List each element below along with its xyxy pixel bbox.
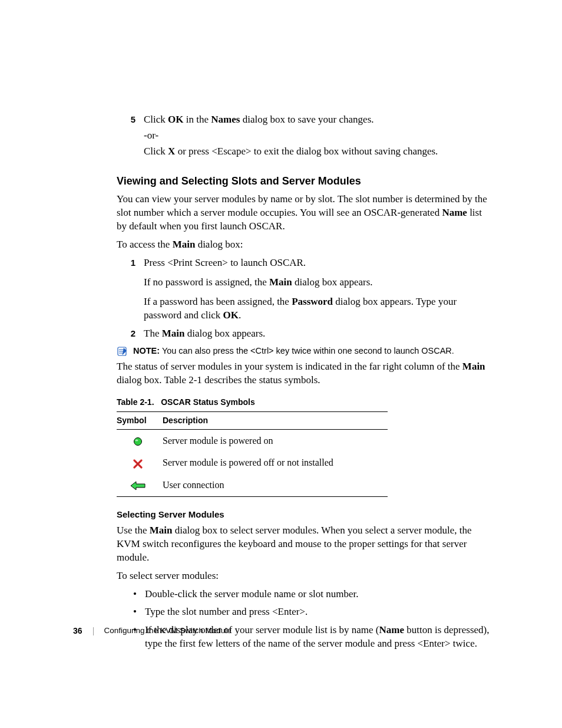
page-footer: 36 Configuring the KVM Switch Module — [73, 625, 232, 637]
bold: Main — [173, 239, 196, 250]
table-row: Server module is powered on — [117, 429, 388, 452]
symbol-cell — [117, 474, 163, 496]
bullet-list: Double-click the server module name or s… — [133, 588, 491, 651]
user-connection-icon — [130, 481, 146, 490]
bold: OK — [168, 114, 183, 125]
step-sub: Click X or press <Escape> to exit the di… — [144, 145, 491, 159]
bold: Main — [162, 328, 185, 339]
step-body: Click OK in the Names dialog box to save… — [144, 113, 491, 159]
text: . — [239, 309, 241, 321]
subsection-heading: Selecting Server Modules — [117, 509, 491, 521]
caption-title: OSCAR Status Symbols — [161, 397, 254, 407]
step-sub: -or- — [144, 129, 491, 143]
step-number: 2 — [117, 327, 144, 341]
desc-cell: Server module is powered off or not inst… — [163, 452, 388, 474]
text: dialog box appears. — [292, 276, 373, 288]
desc-cell: User connection — [163, 474, 388, 496]
table-caption: Table 2-1. OSCAR Status Symbols — [117, 397, 491, 408]
step-number: 5 — [117, 113, 144, 159]
footer-separator-icon — [93, 627, 94, 635]
desc-cell: Server module is powered on — [163, 429, 388, 452]
bold: OK — [223, 309, 239, 321]
paragraph: You can view your server modules by name… — [117, 193, 491, 233]
table-row: User connection — [117, 474, 388, 496]
text: Click — [144, 114, 168, 125]
bold: Main — [269, 276, 292, 288]
table-row: Server module is powered off or not inst… — [117, 452, 388, 474]
page-number: 36 — [73, 625, 82, 637]
svg-point-2 — [135, 439, 138, 441]
step-line: Click OK in the Names dialog box to save… — [144, 113, 491, 127]
step-5: 5 Click OK in the Names dialog box to sa… — [117, 113, 491, 159]
table-header-row: Symbol Description — [117, 411, 388, 429]
step-sub: If a password has been assigned, the Pas… — [144, 295, 491, 322]
powered-on-icon — [133, 437, 143, 446]
chapter-title: Configuring the KVM Switch Module — [104, 625, 232, 636]
page: 5 Click OK in the Names dialog box to sa… — [0, 0, 562, 728]
text: The status of server modules in your sys… — [117, 361, 462, 372]
step-line: Press <Print Screen> to launch OSCAR. — [144, 256, 491, 270]
list-item: Type the slot number and press <Enter>. — [133, 605, 491, 619]
paragraph: The status of server modules in your sys… — [117, 360, 491, 387]
caption-number: Table 2-1. — [117, 397, 154, 407]
text: You can also press the <Ctrl> key twice … — [160, 346, 454, 355]
text: Click — [144, 146, 168, 157]
bold: Main — [150, 525, 173, 536]
bold: Names — [211, 114, 240, 125]
text: You can view your server modules by name… — [117, 193, 487, 218]
bold: Password — [292, 296, 333, 307]
symbol-cell — [117, 429, 163, 452]
text: or press <Escape> to exit the dialog box… — [175, 146, 438, 157]
note-icon — [117, 346, 128, 357]
text: dialog box. Table 2-1 describes the stat… — [117, 374, 320, 386]
step-body: The Main dialog box appears. — [144, 327, 491, 341]
text: The — [144, 328, 162, 339]
text: dialog box appears. — [184, 328, 265, 339]
col-description: Description — [163, 411, 388, 429]
step-1: 1 Press <Print Screen> to launch OSCAR. … — [117, 256, 491, 322]
powered-off-icon — [133, 459, 143, 469]
text: Use the — [117, 525, 150, 536]
note-text: NOTE: You can also press the <Ctrl> key … — [133, 345, 454, 357]
note: NOTE: You can also press the <Ctrl> key … — [117, 345, 491, 357]
step-2: 2 The Main dialog box appears. — [117, 327, 491, 341]
section-heading: Viewing and Selecting Slots and Server M… — [117, 174, 491, 188]
text: If no password is assigned, the — [144, 276, 269, 288]
text: To access the — [117, 239, 173, 250]
svg-point-1 — [134, 438, 142, 446]
paragraph: To access the Main dialog box: — [117, 238, 491, 252]
text: dialog box to save your changes. — [240, 114, 373, 125]
col-symbol: Symbol — [117, 411, 163, 429]
symbol-cell — [117, 452, 163, 474]
text: in the — [184, 114, 211, 125]
note-label: NOTE: — [133, 346, 160, 355]
list-item: Double-click the server module name or s… — [133, 588, 491, 601]
bold: Main — [462, 361, 485, 372]
step-body: Press <Print Screen> to launch OSCAR. If… — [144, 256, 491, 322]
text: If a password has been assigned, the — [144, 296, 292, 307]
status-symbols-table: Symbol Description Server module is powe… — [117, 411, 388, 497]
text: dialog box: — [195, 239, 243, 250]
bold: Name — [442, 207, 467, 218]
paragraph: Use the Main dialog box to select server… — [117, 524, 491, 565]
paragraph: To select server modules: — [117, 569, 491, 583]
bold: X — [168, 146, 175, 157]
step-sub: If no password is assigned, the Main dia… — [144, 276, 491, 289]
step-number: 1 — [117, 256, 144, 322]
bold: Name — [379, 624, 404, 635]
